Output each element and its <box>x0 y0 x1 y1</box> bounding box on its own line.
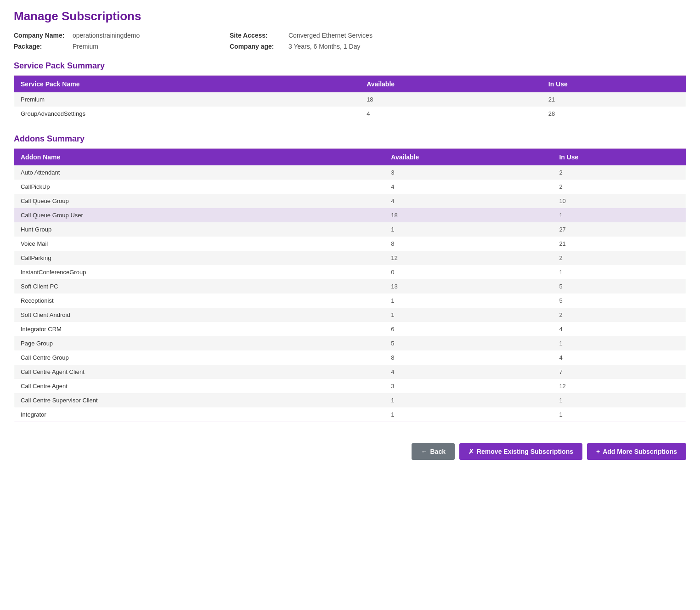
addon-row-name: Call Queue Group User <box>14 208 385 222</box>
addon-row-available: 1 <box>384 407 553 422</box>
add-subscriptions-button[interactable]: + Add More Subscriptions <box>587 443 686 460</box>
sp-row-name: Premium <box>14 92 361 107</box>
addon-row-inuse: 4 <box>553 350 686 365</box>
remove-icon: ✗ <box>469 448 474 455</box>
sp-row-available: 4 <box>360 107 542 121</box>
addon-row-available: 18 <box>384 208 553 222</box>
addon-row-available: 4 <box>384 365 553 379</box>
company-name-value: operationstrainingdemo <box>73 32 140 39</box>
package-label: Package: <box>14 43 69 50</box>
addon-row-available: 12 <box>384 251 553 265</box>
addon-row-inuse: 12 <box>553 379 686 393</box>
addon-col-available: Available <box>384 149 553 166</box>
footer-actions: ← Back ✗ Remove Existing Subscriptions +… <box>14 436 686 460</box>
addon-row-available: 4 <box>384 194 553 208</box>
table-row: Auto Attendant 3 2 <box>14 165 686 180</box>
table-row: CallParking 12 2 <box>14 251 686 265</box>
table-row: Soft Client PC 13 5 <box>14 279 686 294</box>
addon-row-inuse: 2 <box>553 251 686 265</box>
table-row: Soft Client Android 1 2 <box>14 308 686 322</box>
service-pack-section: Service Pack Summary Service Pack Name A… <box>14 61 686 121</box>
addon-row-inuse: 1 <box>553 265 686 279</box>
back-label: Back <box>430 448 445 455</box>
add-label: Add More Subscriptions <box>603 448 677 455</box>
addons-title: Addons Summary <box>14 134 686 144</box>
addon-row-inuse: 2 <box>553 180 686 194</box>
addon-row-available: 13 <box>384 279 553 294</box>
service-pack-table: Service Pack Name Available In Use Premi… <box>14 75 686 121</box>
sp-col-name: Service Pack Name <box>14 76 361 93</box>
company-age-label: Company age: <box>230 43 285 50</box>
addon-row-inuse: 5 <box>553 279 686 294</box>
addon-row-name: Page Group <box>14 336 385 350</box>
back-arrow-icon: ← <box>421 448 427 455</box>
addon-row-name: CallPickUp <box>14 180 385 194</box>
company-name-label: Company Name: <box>14 32 69 39</box>
site-access-label: Site Access: <box>230 32 285 39</box>
addon-row-name: Auto Attendant <box>14 165 385 180</box>
table-row: Call Queue Group User 18 1 <box>14 208 686 222</box>
service-pack-title: Service Pack Summary <box>14 61 686 71</box>
addon-row-name: Soft Client Android <box>14 308 385 322</box>
sp-row-inuse: 21 <box>542 92 686 107</box>
addon-row-inuse: 5 <box>553 294 686 308</box>
table-row: Hunt Group 1 27 <box>14 222 686 237</box>
addons-section: Addons Summary Addon Name Available In U… <box>14 134 686 422</box>
sp-row-inuse: 28 <box>542 107 686 121</box>
addon-row-name: InstantConferenceGroup <box>14 265 385 279</box>
addon-row-name: Hunt Group <box>14 222 385 237</box>
addon-row-inuse: 1 <box>553 407 686 422</box>
addon-row-name: Voice Mail <box>14 237 385 251</box>
table-row: CallPickUp 4 2 <box>14 180 686 194</box>
back-button[interactable]: ← Back <box>412 443 454 460</box>
add-icon: + <box>596 448 600 455</box>
addon-col-name: Addon Name <box>14 149 385 166</box>
addon-row-name: Call Queue Group <box>14 194 385 208</box>
table-row: Call Centre Agent Client 4 7 <box>14 365 686 379</box>
remove-label: Remove Existing Subscriptions <box>477 448 573 455</box>
addon-row-available: 8 <box>384 237 553 251</box>
addons-table: Addon Name Available In Use Auto Attenda… <box>14 148 686 422</box>
table-row: Page Group 5 1 <box>14 336 686 350</box>
addon-row-available: 0 <box>384 265 553 279</box>
addon-row-available: 4 <box>384 180 553 194</box>
sp-col-inuse: In Use <box>542 76 686 93</box>
table-row: Call Centre Agent 3 12 <box>14 379 686 393</box>
addon-row-inuse: 1 <box>553 336 686 350</box>
addon-row-available: 3 <box>384 165 553 180</box>
addon-row-available: 1 <box>384 308 553 322</box>
site-access-value: Converged Ethernet Services <box>288 32 373 39</box>
addon-row-name: Call Centre Supervisor Client <box>14 393 385 407</box>
table-row: Integrator CRM 6 4 <box>14 322 686 336</box>
company-age-value: 3 Years, 6 Months, 1 Day <box>288 43 360 50</box>
addon-row-name: Integrator CRM <box>14 322 385 336</box>
addon-row-available: 6 <box>384 322 553 336</box>
addon-row-available: 1 <box>384 222 553 237</box>
table-row: Voice Mail 8 21 <box>14 237 686 251</box>
table-row: Premium 18 21 <box>14 92 686 107</box>
addon-row-inuse: 7 <box>553 365 686 379</box>
sp-row-available: 18 <box>360 92 542 107</box>
page-title: Manage Subscriptions <box>14 9 686 23</box>
table-row: Call Centre Supervisor Client 1 1 <box>14 393 686 407</box>
table-row: Receptionist 1 5 <box>14 294 686 308</box>
remove-subscriptions-button[interactable]: ✗ Remove Existing Subscriptions <box>459 443 582 460</box>
addon-row-inuse: 2 <box>553 165 686 180</box>
addon-row-name: Call Centre Agent <box>14 379 385 393</box>
table-row: GroupAdvancedSettings 4 28 <box>14 107 686 121</box>
table-row: Call Queue Group 4 10 <box>14 194 686 208</box>
table-row: Call Centre Group 8 4 <box>14 350 686 365</box>
addon-row-name: Receptionist <box>14 294 385 308</box>
addon-row-inuse: 1 <box>553 208 686 222</box>
addon-col-inuse: In Use <box>553 149 686 166</box>
addon-row-name: CallParking <box>14 251 385 265</box>
addon-row-inuse: 27 <box>553 222 686 237</box>
addon-row-available: 8 <box>384 350 553 365</box>
addon-row-name: Call Centre Group <box>14 350 385 365</box>
addon-row-inuse: 21 <box>553 237 686 251</box>
addon-row-name: Soft Client PC <box>14 279 385 294</box>
addon-row-available: 1 <box>384 294 553 308</box>
addon-row-inuse: 2 <box>553 308 686 322</box>
addon-row-name: Call Centre Agent Client <box>14 365 385 379</box>
addon-row-inuse: 10 <box>553 194 686 208</box>
